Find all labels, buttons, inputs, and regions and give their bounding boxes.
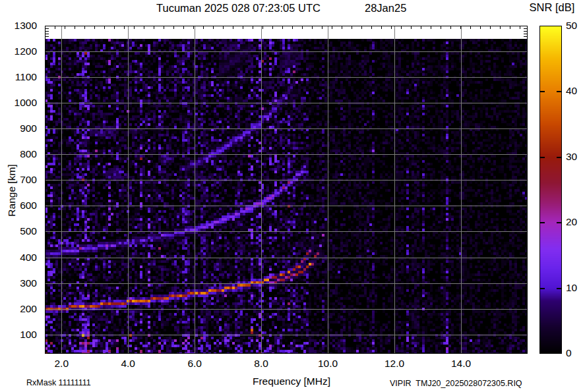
plot-date-label: 28Jan25	[365, 2, 406, 14]
y-tick-label: 1300	[8, 20, 37, 32]
y-tick-label: 900	[8, 123, 37, 134]
x-tick-label: 10.0	[313, 358, 342, 370]
colorbar-tick-label: 30	[566, 151, 583, 163]
ionogram-heatmap	[45, 26, 528, 354]
plot-title: Tucuman 2025 028 07:23:05 UTC	[156, 2, 321, 14]
x-tick-label: 2.0	[47, 358, 76, 370]
y-tick-label: 1100	[8, 71, 37, 83]
colorbar-tick-label: 0	[566, 347, 583, 359]
x-tick-label: 14.0	[446, 358, 476, 370]
y-tick-label: 300	[8, 277, 37, 289]
y-tick-label: 200	[8, 303, 37, 315]
y-tick-label: 800	[8, 148, 37, 160]
ionogram-figure: Tucuman 2025 028 07:23:05 UTC 28Jan25 SN…	[0, 0, 583, 392]
colorbar-title: SNR [dB]	[522, 1, 582, 14]
y-tick-label: 500	[8, 225, 37, 237]
colorbar-tick-label: 10	[566, 282, 583, 294]
data-file-label: VIPIR TMJ20_2025028072305.RIQ	[390, 379, 522, 388]
snr-colorbar	[539, 26, 562, 354]
y-tick-label: 400	[8, 252, 37, 264]
x-tick-label: 8.0	[247, 358, 276, 370]
x-tick-label: 6.0	[180, 358, 209, 370]
y-tick-label: 600	[8, 200, 37, 211]
rx-mask-label: RxMask 11111111	[26, 378, 91, 387]
colorbar-tick-label: 50	[566, 20, 583, 32]
y-tick-label: 700	[8, 174, 37, 186]
colorbar-tick-label: 20	[566, 216, 583, 228]
x-axis-label: Frequency [MHz]	[245, 376, 338, 387]
y-tick-label: 1000	[8, 97, 37, 109]
x-tick-label: 12.0	[380, 358, 409, 370]
y-tick-label: 100	[8, 329, 37, 341]
colorbar-tick-label: 40	[566, 85, 583, 97]
x-tick-label: 4.0	[113, 358, 142, 370]
y-tick-label: 1200	[8, 45, 37, 57]
